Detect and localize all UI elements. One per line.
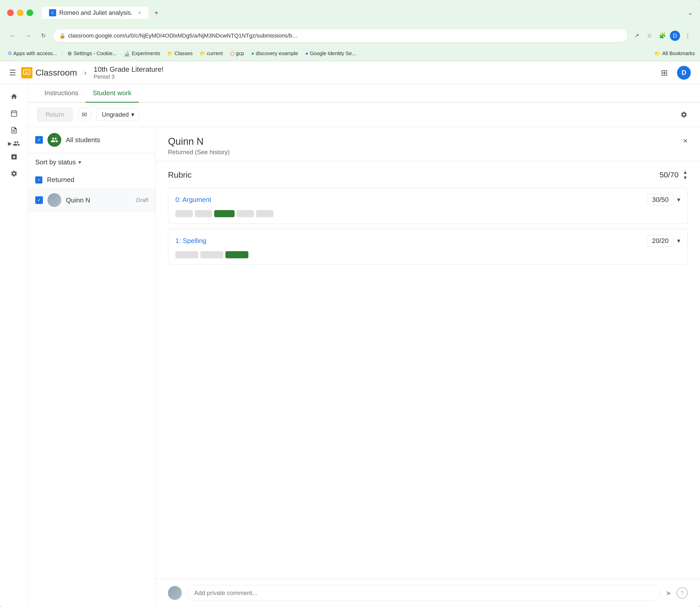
close-traffic-light[interactable]: [7, 9, 14, 16]
bookmark-settings[interactable]: ⚙ Settings - Cookie...: [64, 49, 120, 58]
hamburger-menu[interactable]: ☰: [9, 68, 16, 77]
detail-student-status: Returned (See history): [168, 149, 683, 156]
bookmark-gcp[interactable]: ⬡ gcp: [227, 49, 247, 58]
maximize-traffic-light[interactable]: [26, 9, 33, 16]
bookmarks-bar: G Apps with access... ⚙ Settings - Cooki…: [0, 46, 700, 61]
table-row[interactable]: ✓ Quinn N Draft: [28, 189, 156, 212]
spelling-bar-3-selected[interactable]: [225, 251, 248, 258]
sidebar-archive-icon[interactable]: [7, 150, 21, 164]
detail-student-name: Quinn N: [168, 136, 683, 147]
commenter-avatar-image: [168, 586, 182, 600]
tab-close-button[interactable]: ×: [138, 10, 141, 16]
user-avatar[interactable]: D: [677, 66, 691, 80]
bookmark-gcp-label: gcp: [236, 50, 244, 57]
bookmark-google-identity[interactable]: ● Google Identity Se...: [302, 49, 359, 58]
argument-bar-4[interactable]: [236, 210, 254, 217]
private-comment-input[interactable]: [187, 585, 660, 601]
spelling-bar-1[interactable]: [176, 251, 198, 258]
tabs-bar: Instructions Student work: [28, 84, 700, 103]
grade-label: Ungraded: [102, 111, 129, 118]
back-button[interactable]: ←: [7, 30, 18, 41]
grade-dropdown[interactable]: Ungraded ▾: [97, 108, 140, 121]
classroom-label: Classroom: [36, 68, 77, 78]
returned-section-header: ✓ Returned: [28, 171, 156, 189]
extensions-icon[interactable]: 🧩: [657, 30, 667, 41]
list-header: ✓ All students: [28, 127, 156, 153]
rubric-total-score: 50/70: [659, 170, 679, 179]
rubric-item-spelling-header: 1: Spelling 20/20 ▾: [176, 235, 680, 247]
argument-bar-1[interactable]: [176, 210, 193, 217]
all-bookmarks-button[interactable]: 📁 All Bookmarks: [654, 50, 695, 57]
address-text: classroom.google.com/u/0/c/NjEyMDI4ODlxM…: [68, 33, 298, 39]
google-apps-icon[interactable]: ⊞: [661, 68, 668, 78]
student-detail-panel: Quinn N Returned (See history) × Rubric …: [156, 127, 700, 607]
student-checkbox[interactable]: ✓: [35, 196, 43, 204]
settings-gear-button[interactable]: [677, 108, 691, 122]
sidebar-expand-people[interactable]: ▶: [3, 140, 25, 147]
rubric-item-argument-expand-icon[interactable]: ▾: [677, 196, 680, 204]
rubric-up-arrow-icon[interactable]: ▲: [683, 169, 688, 175]
traffic-lights: [7, 9, 33, 16]
tab-instructions[interactable]: Instructions: [37, 84, 85, 103]
left-sidebar: ▶: [0, 84, 28, 607]
bookmark-apps-label: Apps with access...: [13, 50, 57, 57]
argument-bar-3-selected[interactable]: [214, 210, 234, 217]
browser-window: C Romeo and Juliet analysis. × + ⌄ ← → ↻…: [0, 0, 700, 607]
rubric-item-argument-header: 0: Argument 30/50 ▾: [176, 194, 680, 206]
share-icon[interactable]: ↗: [632, 30, 642, 41]
tab-favicon: C: [49, 9, 56, 16]
rubric-title: Rubric: [168, 170, 659, 180]
bookmark-classes[interactable]: 📁 Classes: [164, 49, 195, 58]
rubric-down-arrow-icon[interactable]: ▼: [683, 175, 688, 181]
avatar-image: [47, 193, 61, 207]
profile-icon[interactable]: D: [670, 30, 680, 41]
email-button[interactable]: ✉: [78, 108, 91, 122]
course-name: 10th Grade Literature!: [94, 65, 164, 74]
sort-arrow-icon[interactable]: ▾: [78, 159, 81, 166]
bookmark-sep-1: [62, 50, 62, 57]
sidebar-calendar-icon[interactable]: [7, 106, 21, 121]
bookmark-experiments-label: Experiments: [132, 50, 160, 57]
argument-bar-5[interactable]: [256, 210, 273, 217]
student-status: Draft: [136, 197, 148, 204]
all-bookmarks-label: All Bookmarks: [662, 50, 695, 57]
all-students-checkbox[interactable]: ✓: [35, 136, 43, 144]
send-comment-button[interactable]: ➤: [665, 589, 672, 597]
bookmark-google-identity-label: Google Identity Se...: [310, 50, 356, 57]
menu-icon[interactable]: ⋮: [683, 30, 693, 41]
active-tab[interactable]: C Romeo and Juliet analysis. ×: [42, 7, 148, 19]
detail-close-button[interactable]: ×: [683, 136, 688, 146]
rubric-item-argument-bars: [176, 210, 680, 217]
sidebar-settings-icon[interactable]: [7, 166, 21, 181]
tab-student-work[interactable]: Student work: [85, 84, 139, 103]
classroom-header: ☰ Classroom › 10th Grade Literature! Per…: [0, 61, 700, 84]
all-students-group-icon: [47, 133, 61, 147]
grade-dropdown-arrow: ▾: [131, 111, 134, 118]
bookmark-star-icon[interactable]: ☆: [644, 30, 655, 41]
new-tab-button[interactable]: +: [150, 7, 163, 19]
forward-button[interactable]: →: [22, 30, 34, 41]
rubric-item-spelling-expand-icon[interactable]: ▾: [677, 237, 680, 245]
rubric-score-stepper[interactable]: ▲ ▼: [683, 169, 688, 181]
rubric-item-spelling-bars: [176, 251, 680, 258]
bookmark-experiments[interactable]: 🔬 Experiments: [121, 49, 163, 58]
bookmark-current[interactable]: 📁 current: [197, 49, 226, 58]
sidebar-assignments-icon[interactable]: [7, 123, 21, 137]
address-input[interactable]: 🔒 classroom.google.com/u/0/c/NjEyMDI4ODl…: [53, 29, 627, 42]
returned-section-label: Returned: [47, 176, 74, 184]
sort-row: Sort by status ▾: [28, 153, 156, 171]
spelling-bar-2[interactable]: [200, 251, 223, 258]
app-content: ☰ Classroom › 10th Grade Literature! Per…: [0, 61, 700, 607]
sort-by-status-label[interactable]: Sort by status: [35, 158, 76, 166]
returned-section-checkbox[interactable]: ✓: [35, 176, 42, 184]
argument-bar-2[interactable]: [195, 210, 212, 217]
comment-help-button[interactable]: ?: [677, 587, 688, 599]
bookmark-apps[interactable]: G Apps with access...: [5, 49, 60, 58]
minimize-traffic-light[interactable]: [17, 9, 23, 16]
sidebar-home-icon[interactable]: [7, 89, 21, 104]
address-icons: ↗ ☆ 🧩 D ⋮: [632, 30, 693, 41]
student-name: Quinn N: [66, 196, 131, 204]
refresh-button[interactable]: ↻: [38, 30, 49, 41]
bookmark-discovery[interactable]: ● discovery example: [248, 49, 301, 58]
return-button[interactable]: Return: [37, 108, 73, 122]
